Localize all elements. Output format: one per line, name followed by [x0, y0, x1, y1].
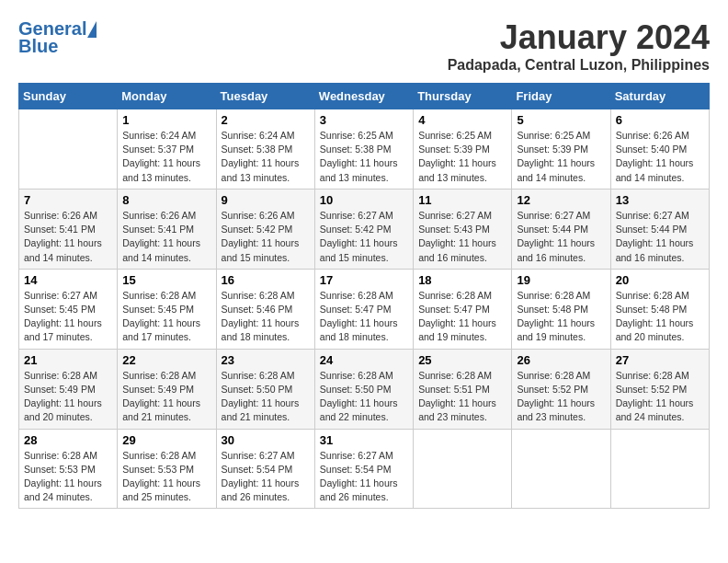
day-info: Sunrise: 6:25 AMSunset: 5:39 PMDaylight:… — [418, 129, 506, 185]
title-block: January 2024 Padapada, Central Luzon, Ph… — [448, 18, 710, 74]
day-info: Sunrise: 6:28 AMSunset: 5:53 PMDaylight:… — [122, 449, 210, 505]
calendar-week-5: 28Sunrise: 6:28 AMSunset: 5:53 PMDayligh… — [19, 429, 710, 509]
day-number: 24 — [320, 353, 408, 367]
day-number: 31 — [320, 433, 408, 447]
calendar-cell — [414, 429, 512, 509]
day-number: 23 — [222, 353, 310, 367]
day-info: Sunrise: 6:24 AMSunset: 5:37 PMDaylight:… — [122, 129, 210, 185]
day-number: 18 — [418, 273, 506, 287]
day-number: 16 — [222, 273, 310, 287]
calendar-cell: 10Sunrise: 6:27 AMSunset: 5:42 PMDayligh… — [314, 189, 413, 269]
calendar-cell: 25Sunrise: 6:28 AMSunset: 5:51 PMDayligh… — [414, 349, 512, 429]
calendar-cell: 2Sunrise: 6:24 AMSunset: 5:38 PMDaylight… — [216, 109, 314, 190]
day-info: Sunrise: 6:27 AMSunset: 5:43 PMDaylight:… — [418, 209, 506, 265]
header-day-friday: Friday — [512, 84, 610, 109]
day-number: 14 — [24, 273, 112, 287]
calendar-cell: 3Sunrise: 6:25 AMSunset: 5:38 PMDaylight… — [314, 109, 413, 190]
calendar-header: SundayMondayTuesdayWednesdayThursdayFrid… — [19, 84, 710, 109]
day-info: Sunrise: 6:27 AMSunset: 5:44 PMDaylight:… — [616, 209, 704, 265]
page-header: General Blue January 2024 Padapada, Cent… — [18, 18, 710, 74]
header-row: SundayMondayTuesdayWednesdayThursdayFrid… — [19, 84, 710, 109]
day-number: 28 — [24, 433, 112, 447]
header-day-monday: Monday — [118, 84, 216, 109]
calendar-cell: 16Sunrise: 6:28 AMSunset: 5:46 PMDayligh… — [216, 269, 314, 349]
calendar-cell: 4Sunrise: 6:25 AMSunset: 5:39 PMDaylight… — [414, 109, 512, 190]
day-info: Sunrise: 6:26 AMSunset: 5:41 PMDaylight:… — [24, 209, 112, 265]
day-number: 20 — [616, 273, 704, 287]
header-day-saturday: Saturday — [610, 84, 709, 109]
calendar-cell: 1Sunrise: 6:24 AMSunset: 5:37 PMDaylight… — [118, 109, 216, 190]
day-info: Sunrise: 6:26 AMSunset: 5:40 PMDaylight:… — [616, 129, 704, 185]
day-number: 13 — [616, 193, 704, 207]
logo-blue-text: Blue — [18, 36, 58, 57]
header-day-thursday: Thursday — [414, 84, 512, 109]
day-info: Sunrise: 6:28 AMSunset: 5:50 PMDaylight:… — [222, 369, 310, 425]
day-info: Sunrise: 6:27 AMSunset: 5:54 PMDaylight:… — [222, 449, 310, 505]
day-number: 27 — [616, 353, 704, 367]
calendar-cell: 18Sunrise: 6:28 AMSunset: 5:47 PMDayligh… — [414, 269, 512, 349]
calendar-week-3: 14Sunrise: 6:27 AMSunset: 5:45 PMDayligh… — [19, 269, 710, 349]
day-number: 3 — [320, 113, 408, 127]
day-number: 17 — [320, 273, 408, 287]
day-info: Sunrise: 6:28 AMSunset: 5:51 PMDaylight:… — [418, 369, 506, 425]
calendar-cell: 12Sunrise: 6:27 AMSunset: 5:44 PMDayligh… — [512, 189, 610, 269]
header-day-wednesday: Wednesday — [314, 84, 413, 109]
calendar-cell: 5Sunrise: 6:25 AMSunset: 5:39 PMDaylight… — [512, 109, 610, 190]
calendar-table: SundayMondayTuesdayWednesdayThursdayFrid… — [18, 83, 710, 509]
day-info: Sunrise: 6:28 AMSunset: 5:49 PMDaylight:… — [24, 369, 112, 425]
calendar-cell: 9Sunrise: 6:26 AMSunset: 5:42 PMDaylight… — [216, 189, 314, 269]
day-info: Sunrise: 6:25 AMSunset: 5:38 PMDaylight:… — [320, 129, 408, 185]
day-number: 29 — [122, 433, 210, 447]
calendar-week-2: 7Sunrise: 6:26 AMSunset: 5:41 PMDaylight… — [19, 189, 710, 269]
day-info: Sunrise: 6:28 AMSunset: 5:53 PMDaylight:… — [24, 449, 112, 505]
calendar-week-1: 1Sunrise: 6:24 AMSunset: 5:37 PMDaylight… — [19, 109, 710, 190]
day-number: 7 — [24, 193, 112, 207]
day-number: 1 — [122, 113, 210, 127]
day-info: Sunrise: 6:28 AMSunset: 5:48 PMDaylight:… — [616, 289, 704, 345]
day-number: 30 — [222, 433, 310, 447]
location-subtitle: Padapada, Central Luzon, Philippines — [448, 57, 710, 74]
day-number: 22 — [122, 353, 210, 367]
day-info: Sunrise: 6:26 AMSunset: 5:41 PMDaylight:… — [122, 209, 210, 265]
day-info: Sunrise: 6:28 AMSunset: 5:52 PMDaylight:… — [616, 369, 704, 425]
day-number: 12 — [517, 193, 605, 207]
calendar-cell: 23Sunrise: 6:28 AMSunset: 5:50 PMDayligh… — [216, 349, 314, 429]
day-info: Sunrise: 6:28 AMSunset: 5:48 PMDaylight:… — [517, 289, 605, 345]
calendar-cell: 28Sunrise: 6:28 AMSunset: 5:53 PMDayligh… — [19, 429, 118, 509]
day-number: 6 — [616, 113, 704, 127]
day-number: 2 — [222, 113, 310, 127]
calendar-cell: 13Sunrise: 6:27 AMSunset: 5:44 PMDayligh… — [610, 189, 709, 269]
calendar-cell — [610, 429, 709, 509]
month-title: January 2024 — [448, 18, 710, 57]
day-number: 15 — [122, 273, 210, 287]
calendar-cell: 21Sunrise: 6:28 AMSunset: 5:49 PMDayligh… — [19, 349, 118, 429]
day-info: Sunrise: 6:28 AMSunset: 5:47 PMDaylight:… — [418, 289, 506, 345]
calendar-cell: 22Sunrise: 6:28 AMSunset: 5:49 PMDayligh… — [118, 349, 216, 429]
calendar-cell: 31Sunrise: 6:27 AMSunset: 5:54 PMDayligh… — [314, 429, 413, 509]
calendar-cell: 19Sunrise: 6:28 AMSunset: 5:48 PMDayligh… — [512, 269, 610, 349]
logo: General Blue — [18, 18, 97, 57]
day-number: 11 — [418, 193, 506, 207]
calendar-cell: 8Sunrise: 6:26 AMSunset: 5:41 PMDaylight… — [118, 189, 216, 269]
day-info: Sunrise: 6:27 AMSunset: 5:45 PMDaylight:… — [24, 289, 112, 345]
day-number: 8 — [122, 193, 210, 207]
calendar-cell — [19, 109, 118, 190]
day-info: Sunrise: 6:25 AMSunset: 5:39 PMDaylight:… — [517, 129, 605, 185]
calendar-cell: 20Sunrise: 6:28 AMSunset: 5:48 PMDayligh… — [610, 269, 709, 349]
calendar-cell: 29Sunrise: 6:28 AMSunset: 5:53 PMDayligh… — [118, 429, 216, 509]
day-number: 26 — [517, 353, 605, 367]
day-number: 10 — [320, 193, 408, 207]
calendar-cell: 7Sunrise: 6:26 AMSunset: 5:41 PMDaylight… — [19, 189, 118, 269]
calendar-cell: 17Sunrise: 6:28 AMSunset: 5:47 PMDayligh… — [314, 269, 413, 349]
day-info: Sunrise: 6:28 AMSunset: 5:47 PMDaylight:… — [320, 289, 408, 345]
day-info: Sunrise: 6:28 AMSunset: 5:52 PMDaylight:… — [517, 369, 605, 425]
header-day-sunday: Sunday — [19, 84, 118, 109]
day-number: 25 — [418, 353, 506, 367]
day-info: Sunrise: 6:28 AMSunset: 5:49 PMDaylight:… — [122, 369, 210, 425]
calendar-body: 1Sunrise: 6:24 AMSunset: 5:37 PMDaylight… — [19, 109, 710, 509]
calendar-cell: 24Sunrise: 6:28 AMSunset: 5:50 PMDayligh… — [314, 349, 413, 429]
day-info: Sunrise: 6:28 AMSunset: 5:46 PMDaylight:… — [222, 289, 310, 345]
calendar-cell: 27Sunrise: 6:28 AMSunset: 5:52 PMDayligh… — [610, 349, 709, 429]
day-number: 5 — [517, 113, 605, 127]
day-info: Sunrise: 6:27 AMSunset: 5:54 PMDaylight:… — [320, 449, 408, 505]
